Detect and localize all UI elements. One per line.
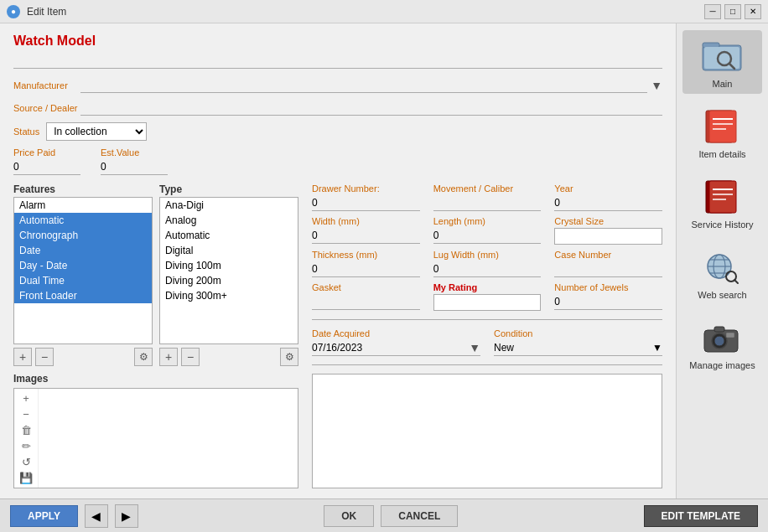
image-edit-button[interactable]: ✏ (18, 440, 34, 452)
list-item[interactable]: Alarm (14, 198, 152, 213)
apply-button[interactable]: APPLY (10, 505, 78, 527)
sidebar-item-web-search[interactable]: Web search (682, 241, 762, 305)
image-minus-button[interactable]: − (18, 408, 34, 421)
condition-input[interactable] (494, 340, 652, 355)
image-rotate-button[interactable]: ↺ (18, 456, 34, 468)
list-item[interactable]: Digital (160, 243, 298, 258)
sidebar-item-details-label: Item details (698, 149, 745, 159)
width-input[interactable] (312, 228, 420, 244)
close-button[interactable]: ✕ (745, 4, 761, 19)
sidebar-item-main[interactable]: Main (682, 30, 762, 94)
year-input[interactable] (554, 195, 662, 211)
ok-button[interactable]: OK (324, 505, 374, 527)
est-value-field: Est.Value (101, 147, 168, 175)
manufacturer-row: Manufacturer ▼ (13, 77, 662, 93)
list-item[interactable]: Diving 200m (160, 273, 298, 288)
minimize-button[interactable]: ─ (704, 4, 721, 19)
est-value-label: Est.Value (101, 147, 168, 158)
date-acquired-input[interactable] (312, 340, 469, 355)
main-icon (698, 35, 748, 75)
list-item[interactable]: Ana-Digi (160, 198, 298, 213)
list-item[interactable]: Automatic (14, 213, 152, 228)
number-of-jewels-field: Number of Jewels (554, 282, 662, 311)
window-title: Edit Item (27, 6, 698, 18)
type-header: Type (159, 183, 298, 195)
date-acquired-dropdown-arrow[interactable]: ▼ (469, 341, 480, 354)
sidebar-item-manage-images[interactable]: Manage images (682, 312, 762, 375)
features-remove-button[interactable]: − (35, 348, 54, 366)
list-item[interactable]: Day - Date (14, 258, 152, 273)
condition-wrap: ▼ (494, 340, 662, 356)
length-input[interactable] (433, 228, 542, 244)
maximize-button[interactable]: □ (724, 4, 741, 19)
watch-model-input[interactable] (13, 52, 662, 69)
status-select[interactable]: In collection Sold Wished (46, 122, 147, 141)
type-list[interactable]: Ana-Digi Analog Automatic Digital Diving… (159, 197, 298, 344)
svg-rect-26 (714, 327, 724, 332)
thickness-input[interactable] (312, 261, 420, 277)
condition-dropdown-arrow[interactable]: ▼ (652, 342, 662, 354)
drawer-number-input[interactable] (312, 195, 420, 211)
edit-template-button[interactable]: EDIT TEMPLATE (644, 505, 758, 527)
type-settings-button[interactable]: ⚙ (280, 348, 298, 366)
gasket-field: Gasket (312, 282, 420, 311)
prev-button[interactable]: ◀ (85, 504, 108, 528)
features-add-button[interactable]: + (13, 348, 32, 366)
est-value-input[interactable] (101, 159, 168, 175)
image-add-button[interactable]: + (18, 392, 34, 405)
type-add-button[interactable]: + (159, 348, 178, 366)
row-2: Width (mm) Length (mm) Crystal Size (312, 216, 662, 245)
status-row: Status In collection Sold Wished (13, 122, 662, 141)
crystal-size-input[interactable] (554, 228, 662, 245)
list-item[interactable]: Front Loader (14, 288, 152, 303)
image-delete-button[interactable]: 🗑 (18, 424, 34, 436)
price-paid-input[interactable] (13, 159, 80, 175)
list-item[interactable]: Diving 100m (160, 258, 298, 273)
list-item[interactable]: Automatic (160, 228, 298, 243)
sidebar-web-search-label: Web search (698, 290, 747, 300)
features-list-wrapper: Features Alarm Automatic Chronograph Dat… (13, 183, 153, 366)
sidebar-manage-images-label: Manage images (689, 360, 755, 370)
drawer-number-field: Drawer Number: (312, 183, 420, 211)
images-label: Images (13, 373, 298, 385)
next-button[interactable]: ▶ (115, 504, 138, 528)
features-list[interactable]: Alarm Automatic Chronograph Date Day - D… (13, 197, 153, 344)
gasket-input[interactable] (312, 294, 420, 310)
number-of-jewels-input[interactable] (554, 294, 662, 310)
gasket-label: Gasket (312, 282, 420, 292)
notes-textarea[interactable] (312, 374, 662, 488)
source-dealer-row: Source / Dealer (13, 100, 662, 116)
image-canvas (42, 389, 298, 488)
main-window: ● Edit Item ─ □ ✕ Watch Model Manufactur… (0, 0, 768, 532)
features-settings-button[interactable]: ⚙ (134, 348, 153, 366)
list-item[interactable]: Analog (160, 213, 298, 228)
image-area: + − 🗑 ✏ ↺ 💾 (13, 388, 298, 488)
manufacturer-input[interactable] (80, 77, 647, 93)
list-item[interactable]: Diving 300m+ (160, 288, 298, 303)
image-save-button[interactable]: 💾 (18, 472, 34, 484)
movement-caliber-input[interactable] (433, 195, 542, 211)
thickness-label: Thickness (mm) (312, 250, 420, 260)
sidebar-service-history-label: Service History (692, 220, 754, 230)
manufacturer-dropdown-arrow[interactable]: ▼ (651, 79, 662, 92)
left-section: Features Alarm Automatic Chronograph Dat… (13, 183, 298, 488)
cancel-button[interactable]: CANCEL (381, 505, 458, 527)
list-item[interactable]: Dual Time (14, 273, 152, 288)
case-number-input[interactable] (554, 261, 662, 277)
list-item[interactable]: Chronograph (14, 228, 152, 243)
type-list-wrapper: Type Ana-Digi Analog Automatic Digital D… (159, 183, 298, 366)
sidebar-item-item-details[interactable]: Item details (682, 101, 762, 164)
status-label: Status (13, 127, 39, 137)
my-rating-stars[interactable] (433, 294, 542, 311)
type-remove-button[interactable]: − (181, 348, 200, 366)
watch-model-title: Watch Model (13, 34, 662, 49)
title-bar: ● Edit Item ─ □ ✕ (0, 0, 768, 23)
source-dealer-input[interactable] (80, 100, 662, 116)
condition-field: Condition ▼ (494, 328, 662, 356)
footer-right: EDIT TEMPLATE (644, 505, 758, 527)
my-rating-label: My Rating (433, 282, 542, 292)
lug-width-input[interactable] (433, 261, 542, 277)
sidebar-item-service-history[interactable]: Service History (682, 171, 762, 235)
list-item[interactable]: Date (14, 243, 152, 258)
image-tools: + − 🗑 ✏ ↺ 💾 (14, 389, 39, 488)
